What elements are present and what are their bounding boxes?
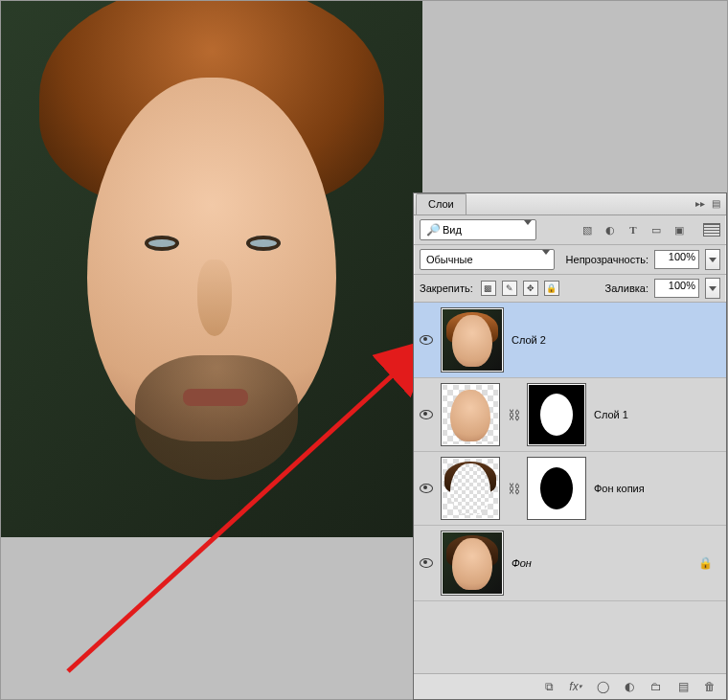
canvas-content — [246, 236, 281, 251]
layer-name[interactable]: Слой 2 — [512, 334, 546, 346]
chevron-down-icon — [709, 286, 717, 291]
app-root: Слои ▸▸ ▤ 🔎 Вид ▧ ◐ T ▭ ▣ — [0, 0, 728, 700]
visibility-toggle[interactable] — [420, 333, 433, 347]
chevron-down-icon — [524, 225, 532, 237]
canvas-content — [197, 260, 232, 336]
fill-dropdown-button[interactable] — [705, 278, 720, 299]
layer-row[interactable]: Фон 🔒 — [414, 526, 726, 601]
lock-transparent-icon[interactable]: ▩ — [481, 281, 496, 296]
visibility-toggle[interactable] — [420, 408, 433, 421]
filter-toggle-icon[interactable] — [703, 223, 720, 237]
layer-thumbnail[interactable] — [441, 531, 504, 596]
layer-list: Слой 2 ⛓ Слой 1 — [414, 303, 726, 673]
panel-bottom-toolbar: ⧉ fx▾ ◯ ◐ 🗀 ▤ 🗑 — [414, 673, 726, 699]
chevron-down-icon — [709, 258, 717, 262]
fx-icon[interactable]: fx▾ — [569, 680, 582, 693]
layers-panel: Слои ▸▸ ▤ 🔎 Вид ▧ ◐ T ▭ ▣ — [413, 192, 727, 700]
filter-type-icon[interactable]: T — [626, 223, 640, 237]
mask-link-icon[interactable]: ⛓ — [508, 400, 519, 429]
chevron-down-icon — [542, 255, 550, 266]
new-layer-icon[interactable]: ▤ — [676, 680, 690, 693]
filter-smart-icon[interactable]: ▣ — [672, 223, 686, 237]
layer-thumbnail[interactable] — [441, 383, 500, 446]
opacity-label: Непрозрачность: — [566, 254, 648, 265]
opacity-dropdown-button[interactable] — [705, 249, 720, 270]
visibility-toggle[interactable] — [420, 556, 433, 570]
lock-fill-row: Закрепить: ▩ ✎ ✥ 🔒 Заливка: 100% — [414, 275, 726, 303]
layer-thumbnail[interactable] — [441, 307, 504, 373]
layer-thumbnail[interactable] — [441, 457, 500, 520]
filter-type-icons: ▧ ◐ T ▭ ▣ — [580, 223, 720, 237]
canvas-workarea: Слои ▸▸ ▤ 🔎 Вид ▧ ◐ T ▭ ▣ — [1, 1, 727, 699]
lock-icon: 🔒 — [698, 556, 713, 570]
lock-pixels-icon[interactable]: ✎ — [502, 281, 517, 296]
layer-filter-row: 🔎 Вид ▧ ◐ T ▭ ▣ — [414, 215, 726, 245]
canvas-content — [183, 389, 248, 406]
layer-row[interactable]: ⛓ Слой 1 — [414, 378, 726, 452]
eye-icon — [420, 410, 433, 419]
collapse-icon[interactable]: ▸▸ — [694, 196, 707, 210]
layer-name[interactable]: Фон — [512, 557, 532, 569]
filter-kind-label: Вид — [443, 224, 462, 236]
layer-mask-thumbnail[interactable] — [527, 457, 586, 520]
lock-all-icon[interactable]: 🔒 — [544, 281, 559, 296]
blend-mode-dropdown[interactable]: Обычные — [420, 249, 555, 270]
opacity-input[interactable]: 100% — [654, 250, 699, 269]
canvas-content — [135, 355, 298, 480]
layer-mask-thumbnail[interactable] — [527, 383, 586, 446]
filter-kind-dropdown[interactable]: 🔎 Вид — [420, 219, 536, 240]
lock-buttons: ▩ ✎ ✥ 🔒 — [481, 281, 559, 296]
group-icon[interactable]: 🗀 — [649, 680, 663, 693]
canvas-content — [145, 236, 179, 251]
blend-mode-value: Обычные — [426, 254, 473, 265]
add-mask-icon[interactable]: ◯ — [596, 680, 609, 693]
mask-link-icon[interactable]: ⛓ — [508, 474, 519, 503]
tab-layers[interactable]: Слои — [416, 193, 466, 215]
layer-name[interactable]: Слой 1 — [594, 409, 628, 420]
fill-label: Заливка: — [605, 282, 648, 294]
layer-row[interactable]: Слой 2 — [414, 303, 726, 378]
document-canvas[interactable] — [1, 1, 422, 537]
search-icon: 🔎 — [426, 223, 441, 237]
panel-menu-icon[interactable]: ▤ — [709, 196, 722, 210]
trash-icon[interactable]: 🗑 — [703, 680, 717, 693]
eye-icon — [420, 484, 433, 493]
visibility-toggle[interactable] — [420, 482, 433, 495]
filter-adjust-icon[interactable]: ◐ — [603, 223, 617, 237]
filter-shape-icon[interactable]: ▭ — [649, 223, 663, 237]
filter-pixel-icon[interactable]: ▧ — [580, 223, 594, 237]
fill-input[interactable]: 100% — [654, 279, 699, 298]
link-layers-icon[interactable]: ⧉ — [542, 680, 556, 693]
panel-tab-bar: Слои ▸▸ ▤ — [414, 193, 726, 215]
layer-row[interactable]: ⛓ Фон копия — [414, 452, 726, 526]
adjustment-layer-icon[interactable]: ◐ — [623, 680, 636, 693]
eye-icon — [420, 335, 433, 345]
eye-icon — [420, 558, 433, 568]
blend-opacity-row: Обычные Непрозрачность: 100% — [414, 245, 726, 275]
lock-label: Закрепить: — [420, 282, 473, 294]
layer-name[interactable]: Фон копия — [594, 483, 645, 494]
lock-position-icon[interactable]: ✥ — [523, 281, 538, 296]
